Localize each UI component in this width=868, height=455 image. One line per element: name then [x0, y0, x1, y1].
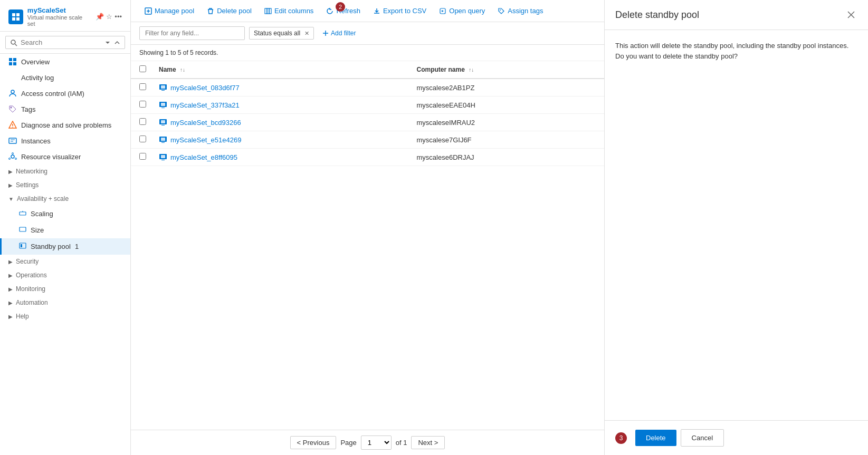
svg-rect-24 [20, 243, 26, 248]
sidebar-item-tags[interactable]: Tags [0, 101, 130, 117]
row-checkbox-0[interactable] [139, 83, 146, 90]
search-box [5, 36, 125, 49]
sidebar-item-settings[interactable]: ▶ Settings [0, 178, 130, 192]
networking-label: Networking [16, 168, 47, 175]
sidebar-item-scaling[interactable]: Scaling [0, 206, 130, 222]
row-checkbox-1[interactable] [139, 101, 146, 108]
brand-actions: 📌 ☆ ••• [96, 13, 122, 21]
edit-columns-button[interactable]: Edit columns [259, 4, 319, 17]
table-row: myScaleSet_083d6f77 myscalese2AB1PZ [131, 79, 604, 96]
delete-confirm-button[interactable]: Delete [635, 430, 676, 446]
iam-label: Access control (IAM) [21, 90, 84, 98]
computer-name-col-header[interactable]: Computer name ↑↓ [408, 61, 604, 79]
sidebar-item-automation[interactable]: ▶ Automation [0, 296, 130, 309]
table-row: myScaleSet_bcd93266 myscaleseIMRAU2 [131, 114, 604, 131]
svg-rect-1 [16, 13, 20, 16]
sidebar-item-activity-log[interactable]: Activity log [0, 70, 130, 85]
pin-icon[interactable]: 📌 [96, 13, 104, 21]
assign-tags-button[interactable]: Assign tags [492, 4, 548, 17]
svg-point-18 [12, 153, 14, 154]
sidebar-item-diagnose[interactable]: Diagnose and solve problems [0, 117, 130, 133]
row-checkbox-2[interactable] [139, 118, 146, 125]
next-button[interactable]: Next > [411, 436, 445, 449]
instance-link-4[interactable]: myScaleSet_e8ff6095 [159, 153, 400, 161]
help-chevron: ▶ [8, 314, 13, 320]
sidebar-item-availability-scale[interactable]: ▼ Availability + scale [0, 192, 130, 206]
sidebar-item-overview[interactable]: Overview [0, 54, 130, 70]
security-chevron: ▶ [8, 259, 13, 265]
add-filter-button[interactable]: Add filter [318, 27, 360, 39]
svg-rect-38 [161, 108, 165, 108]
row-checkbox-4[interactable] [139, 153, 146, 160]
diagnose-label: Diagnose and solve problems [21, 121, 111, 129]
svg-rect-0 [12, 13, 15, 16]
sidebar-item-iam[interactable]: Access control (IAM) [0, 85, 130, 101]
svg-rect-43 [161, 138, 165, 141]
vm-icon-2 [159, 118, 167, 127]
more-icon[interactable]: ••• [115, 13, 122, 21]
svg-rect-2 [12, 17, 15, 21]
cancel-button[interactable]: Cancel [681, 429, 724, 447]
scaling-label: Scaling [31, 210, 53, 218]
svg-rect-28 [267, 8, 269, 14]
pagination: < Previous Page 1 of 1 Next > [131, 430, 604, 455]
status-filter-tag: Status equals all ✕ [249, 27, 314, 40]
export-csv-button[interactable]: Export to CSV [368, 4, 432, 17]
sidebar-item-monitoring[interactable]: ▶ Monitoring [0, 282, 130, 296]
standby-pool-label: Standby pool [31, 243, 71, 250]
sidebar-item-networking[interactable]: ▶ Networking [0, 164, 130, 178]
settings-chevron: ▶ [8, 182, 13, 188]
table-row: myScaleSet_e8ff6095 myscalese6DRJAJ [131, 149, 604, 166]
instance-link-0[interactable]: myScaleSet_083d6f77 [159, 83, 400, 92]
computer-name-2: myscaleseIMRAU2 [408, 114, 604, 131]
security-label: Security [16, 258, 39, 265]
filter-close-icon[interactable]: ✕ [304, 30, 309, 37]
instance-link-2[interactable]: myScaleSet_bcd93266 [159, 118, 400, 127]
assign-tags-icon [498, 7, 505, 15]
sidebar-item-operations[interactable]: ▶ Operations [0, 268, 130, 282]
overview-label: Overview [21, 58, 50, 66]
sidebar-item-resource-visualizer[interactable]: Resource visualizer [0, 149, 130, 164]
instance-link-3[interactable]: myScaleSet_e51e4269 [159, 135, 400, 144]
svg-point-11 [11, 107, 12, 109]
instances-label: Instances [21, 137, 51, 145]
previous-button[interactable]: < Previous [290, 436, 337, 449]
select-all-checkbox[interactable] [139, 65, 146, 72]
panel-footer: 3 Delete Cancel [605, 420, 868, 455]
activity-icon [8, 73, 17, 82]
svg-rect-41 [161, 125, 165, 125]
page-select[interactable]: 1 [361, 435, 392, 450]
star-icon[interactable]: ☆ [106, 13, 112, 21]
delete-pool-button[interactable]: Delete pool [202, 4, 257, 17]
sidebar-item-instances[interactable]: Instances [0, 133, 130, 149]
close-icon [847, 11, 855, 18]
panel-close-button[interactable] [845, 8, 857, 21]
edit-columns-icon [264, 7, 272, 15]
standby-pool-icon [19, 242, 26, 251]
sidebar-item-help[interactable]: ▶ Help [0, 309, 130, 323]
of-label: of 1 [396, 439, 407, 447]
row-checkbox-3[interactable] [139, 135, 146, 142]
computer-name-1: myscaleseEAE04H [408, 96, 604, 114]
panel-body: This action will delete the standby pool… [605, 30, 868, 420]
panel-description: This action will delete the standby pool… [615, 41, 857, 61]
name-col-header[interactable]: Name ↑↓ [150, 61, 408, 79]
sidebar-item-standby-pool[interactable]: Standby pool 1 [0, 238, 130, 255]
sidebar-item-size[interactable]: Size [0, 222, 130, 238]
collapse-icon[interactable] [104, 40, 111, 46]
size-label: Size [31, 226, 44, 234]
svg-rect-8 [9, 62, 12, 65]
filter-input[interactable] [139, 26, 245, 40]
overview-icon [8, 57, 17, 66]
computer-name-4: myscalese6DRJAJ [408, 149, 604, 166]
vm-icon-0 [159, 83, 167, 92]
sidebar-item-security[interactable]: ▶ Security [0, 255, 130, 268]
resource-visualizer-label: Resource visualizer [21, 153, 81, 161]
open-query-button[interactable]: Open query [434, 4, 490, 17]
svg-rect-47 [161, 160, 165, 160]
instance-link-1[interactable]: myScaleSet_337f3a21 [159, 101, 400, 109]
manage-pool-button[interactable]: Manage pool [139, 4, 199, 17]
expand-icon[interactable] [114, 40, 120, 46]
search-input[interactable] [21, 38, 101, 46]
monitoring-chevron: ▶ [8, 286, 13, 292]
